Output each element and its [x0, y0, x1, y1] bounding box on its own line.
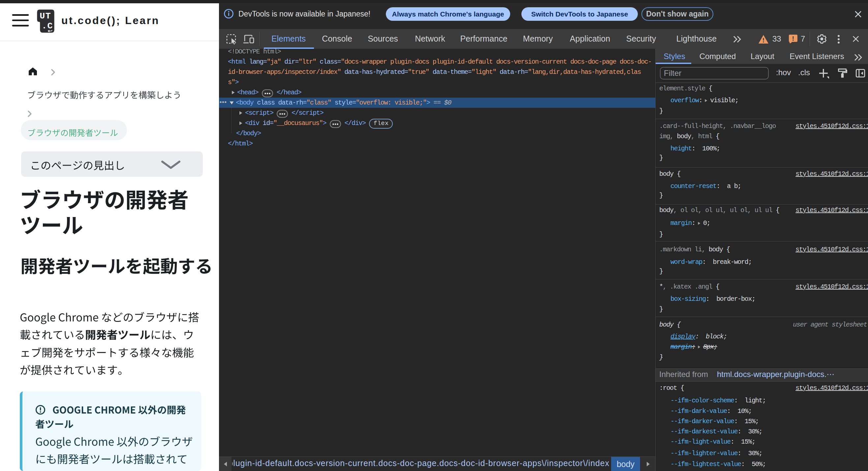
- svg-text:UT: UT: [39, 11, 51, 21]
- svg-text:.C: .C: [41, 21, 53, 31]
